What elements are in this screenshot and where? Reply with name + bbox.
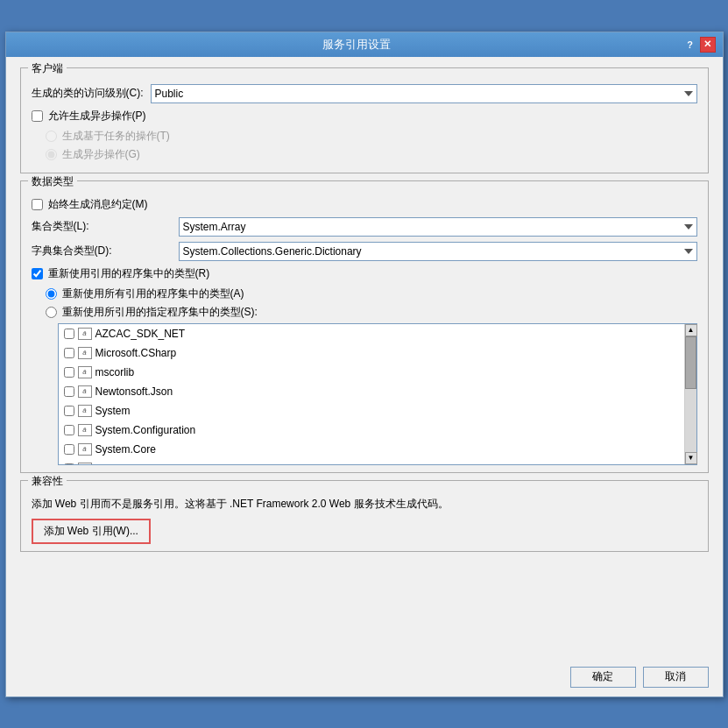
- assembly-list: ā AZCAC_SDK_NET ā Microsoft.CSharp ā msc…: [58, 323, 697, 465]
- titlebar: 服务引用设置 ? ✕: [6, 32, 723, 57]
- collection-type-row: 集合类型(L): System.Array: [32, 217, 697, 237]
- list-item[interactable]: ā System.Core: [59, 440, 684, 459]
- assembly-icon: ā: [78, 463, 92, 465]
- compat-description: 添加 Web 引用而不是服务引用。这将基于 .NET Framework 2.0…: [32, 497, 697, 512]
- help-button[interactable]: ?: [682, 37, 698, 53]
- access-level-label: 生成的类的访问级别(C):: [32, 86, 144, 101]
- allow-async-row: 允许生成异步操作(P): [32, 109, 697, 124]
- reuse-specified-label: 重新使用所引用的指定程序集中的类型(S):: [62, 305, 258, 320]
- dict-collection-row: 字典集合类型(D): System.Collections.Generic.Di…: [32, 242, 697, 261]
- assembly-name: AZCAC_SDK_NET: [95, 328, 186, 340]
- reuse-all-radio[interactable]: [46, 288, 57, 300]
- list-item[interactable]: ā Newtonsoft.Json: [59, 382, 684, 401]
- collection-type-label: 集合类型(L):: [32, 219, 172, 234]
- assembly-icon: ā: [78, 443, 92, 456]
- list-item[interactable]: ā System.Configuration: [59, 421, 684, 440]
- reuse-specified-row: 重新使用所引用的指定程序集中的类型(S):: [46, 305, 697, 320]
- scroll-track[interactable]: [685, 336, 696, 452]
- assembly-name: System: [95, 405, 131, 417]
- reuse-specified-radio[interactable]: [46, 307, 57, 318]
- close-button[interactable]: ✕: [700, 37, 716, 53]
- async-ops-label: 生成异步操作(G): [62, 147, 140, 162]
- assembly-name: System.Configuration: [95, 424, 196, 436]
- assembly-name: mscorlib: [95, 366, 135, 378]
- dialog-body: 客户端 生成的类的访问级别(C): Public Internal 允许生成异步…: [6, 57, 723, 658]
- assembly-icon: ā: [78, 405, 92, 417]
- add-web-ref-button[interactable]: 添加 Web 引用(W)...: [32, 519, 151, 544]
- assembly-list-wrapper: ā AZCAC_SDK_NET ā Microsoft.CSharp ā msc…: [58, 323, 697, 465]
- assembly-icon: ā: [78, 347, 92, 359]
- assembly-icon: ā: [78, 366, 92, 378]
- always-generate-row: 始终生成消息约定(M): [32, 197, 697, 212]
- always-generate-label: 始终生成消息约定(M): [48, 197, 148, 212]
- collection-type-select[interactable]: System.Array: [179, 217, 697, 237]
- scroll-down-arrow[interactable]: ▼: [685, 452, 697, 464]
- dict-collection-select[interactable]: System.Collections.Generic.Dictionary: [179, 242, 697, 261]
- list-item[interactable]: ā System: [59, 401, 684, 421]
- task-based-radio[interactable]: [46, 131, 57, 142]
- async-ops-row: 生成异步操作(G): [46, 147, 697, 162]
- client-section-title: 客户端: [28, 61, 67, 76]
- assembly-icon: ā: [78, 385, 92, 398]
- titlebar-buttons: ? ✕: [682, 37, 716, 53]
- allow-async-label: 允许生成异步操作(P): [48, 109, 146, 124]
- reuse-all-row: 重新使用所有引用的程序集中的类型(A): [46, 286, 697, 301]
- ok-button[interactable]: 确定: [570, 667, 636, 688]
- reuse-types-checkbox[interactable]: [32, 268, 43, 279]
- data-types-section: 数据类型 始终生成消息约定(M) 集合类型(L): System.Array 字…: [20, 180, 709, 473]
- dialog-title: 服务引用设置: [31, 37, 682, 53]
- scrollbar[interactable]: ▲ ▼: [684, 324, 696, 464]
- assembly-name: System.Core: [95, 443, 156, 456]
- allow-async-checkbox[interactable]: [32, 110, 43, 122]
- reuse-all-label: 重新使用所有引用的程序集中的类型(A): [62, 286, 244, 301]
- always-generate-checkbox[interactable]: [32, 199, 43, 210]
- assembly-name: Microsoft.CSharp: [95, 347, 177, 359]
- task-based-row: 生成基于任务的操作(T): [46, 129, 697, 144]
- compatibility-section: 兼容性 添加 Web 引用而不是服务引用。这将基于 .NET Framework…: [20, 480, 709, 552]
- assembly-icon: ā: [78, 424, 92, 436]
- dialog-footer: 确定 取消: [6, 658, 723, 696]
- client-section: 客户端 生成的类的访问级别(C): Public Internal 允许生成异步…: [20, 67, 709, 173]
- scroll-thumb[interactable]: [685, 336, 696, 389]
- assembly-name: Newtonsoft.Json: [95, 385, 173, 398]
- list-item[interactable]: ā mscorlib: [59, 363, 684, 382]
- assembly-name: System.Data: [95, 463, 156, 465]
- list-item[interactable]: ā Microsoft.CSharp: [59, 343, 684, 363]
- assembly-icon: ā: [78, 328, 92, 340]
- access-level-select[interactable]: Public Internal: [151, 84, 697, 103]
- scroll-up-arrow[interactable]: ▲: [685, 324, 697, 336]
- task-based-label: 生成基于任务的操作(T): [62, 129, 170, 144]
- reuse-types-label: 重新使用引用的程序集中的类型(R): [48, 266, 210, 281]
- data-types-section-title: 数据类型: [28, 174, 77, 189]
- reuse-types-row: 重新使用引用的程序集中的类型(R): [32, 266, 697, 281]
- access-level-row: 生成的类的访问级别(C): Public Internal: [32, 84, 697, 103]
- cancel-button[interactable]: 取消: [643, 667, 709, 688]
- compat-section-title: 兼容性: [28, 474, 67, 489]
- dict-collection-label: 字典集合类型(D):: [32, 244, 172, 258]
- async-ops-radio[interactable]: [46, 149, 57, 160]
- dialog: 服务引用设置 ? ✕ 客户端 生成的类的访问级别(C): Public Inte…: [5, 32, 724, 697]
- list-item[interactable]: ā AZCAC_SDK_NET: [59, 324, 684, 343]
- list-item[interactable]: ā System.Data: [59, 459, 684, 465]
